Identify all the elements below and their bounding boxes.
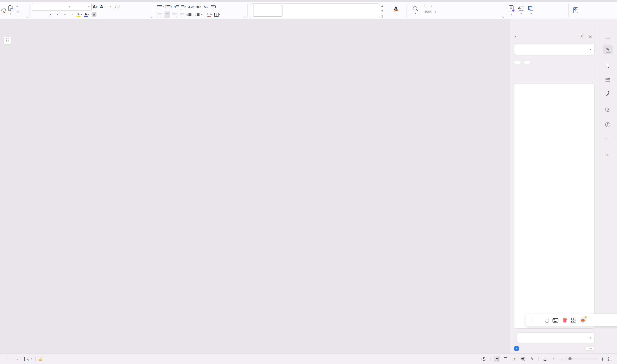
zoom-slider-knob[interactable] — [568, 357, 572, 360]
play-slideshow-icon[interactable]: ▷ — [511, 356, 518, 362]
ai-proof-icon — [24, 357, 28, 361]
justify-icon[interactable] — [179, 12, 185, 18]
pin-icon[interactable]: ⟐ — [581, 33, 584, 38]
ime-toolbox-icon[interactable] — [571, 318, 576, 323]
distribute-icon[interactable]: ⟨⟩ — [186, 12, 192, 18]
font-color-button[interactable]: A▾ — [84, 12, 90, 18]
collapse-icon[interactable]: — — [603, 33, 613, 43]
text-wrap-icon[interactable]: ⇆▾ — [196, 4, 202, 10]
ai-layout-panel-button[interactable] — [585, 347, 594, 351]
style-chip-normal[interactable] — [253, 5, 282, 17]
italic-button[interactable] — [40, 12, 46, 18]
zoom-slider[interactable] — [565, 359, 597, 359]
current-style-combo[interactable]: ▾ — [514, 44, 594, 55]
superscript-button[interactable]: ▾ — [62, 12, 68, 18]
format-painter-button[interactable] — [1, 3, 6, 18]
translate-icon: 文⇄A — [425, 10, 431, 14]
ruler-icon[interactable] — [211, 4, 216, 10]
text-direction-icon[interactable]: A⇄▾ — [188, 4, 194, 10]
font-size-combo[interactable]: ▾ — [72, 6, 91, 8]
ai-layout-button[interactable]: ▾ — [509, 3, 513, 18]
ime-keyboard-icon[interactable] — [552, 318, 558, 323]
style-set-button[interactable]: A ▾ — [386, 3, 406, 18]
increase-font-icon[interactable]: A+ — [92, 4, 98, 10]
pinyin-guide-icon[interactable]: ▾ — [107, 4, 113, 10]
ime-mic-icon[interactable] — [546, 319, 548, 322]
zoom-out-icon[interactable]: − — [558, 356, 562, 362]
eraser-icon[interactable] — [114, 4, 120, 10]
missing-font-warning[interactable] — [39, 357, 44, 361]
beautify-tool-icon[interactable] — [603, 90, 613, 99]
text-effects-button[interactable]: ▾ — [69, 12, 75, 18]
zoom-dropdown-icon[interactable]: ▾ — [553, 358, 554, 360]
font-dialog-launcher[interactable]: ↘ — [150, 16, 152, 18]
gallery-down-icon[interactable]: ▼ — [381, 10, 383, 12]
zoom-in-icon[interactable]: + — [601, 356, 604, 362]
page-view-icon[interactable] — [494, 356, 500, 362]
paste-button[interactable]: ▾ — [8, 3, 13, 18]
fit-page-icon[interactable] — [542, 356, 548, 362]
align-right-icon[interactable] — [172, 12, 177, 18]
ai-proof-button[interactable]: ▾ — [24, 357, 32, 361]
assistant-tool-icon[interactable] — [603, 105, 613, 114]
gallery-expand-icon[interactable]: ▼ — [381, 15, 383, 18]
select-button[interactable]: ▾ — [425, 4, 436, 8]
highlight-color-button[interactable]: ✎▾ — [76, 12, 82, 18]
paragraph-dialog-launcher[interactable]: ↘ — [244, 16, 246, 18]
bullet-list-icon[interactable]: ▾ — [157, 4, 164, 10]
smart-doc-group: ★ — [571, 2, 598, 19]
clipboard-dialog-launcher[interactable]: ↘ — [26, 16, 28, 18]
edit-tool-icon[interactable]: ✎ — [603, 45, 613, 54]
underline-button[interactable]: ▾ — [47, 12, 53, 18]
gallery-up-icon[interactable]: ▲ — [381, 5, 383, 7]
borders-icon[interactable]: ▾ — [214, 12, 220, 18]
warning-icon — [39, 357, 42, 361]
arrange-button[interactable]: ▾ — [528, 3, 533, 18]
outline-view-icon[interactable] — [502, 356, 509, 362]
style-gallery — [250, 3, 380, 18]
copy-icon[interactable] — [16, 11, 19, 15]
more-icon[interactable]: ••• — [603, 150, 613, 160]
find-replace-button[interactable]: ▾ — [413, 3, 417, 18]
decrease-font-icon[interactable]: A− — [100, 4, 106, 10]
numbered-list-icon[interactable]: 123▾ — [165, 4, 172, 10]
drag-handle[interactable] — [3, 36, 11, 44]
clear-format-button[interactable] — [523, 60, 531, 64]
ink-icon[interactable]: ✎ — [529, 356, 535, 362]
new-style-button[interactable] — [514, 60, 521, 64]
style-list — [514, 84, 594, 329]
align-center-icon[interactable] — [164, 12, 170, 18]
character-shading-button[interactable]: A — [91, 12, 97, 18]
ime-assistant-icon[interactable] — [580, 317, 586, 324]
window-top-strip — [0, 0, 617, 2]
style-set-icon: A — [394, 6, 398, 11]
ime-skin-icon[interactable] — [563, 318, 567, 323]
web-view-icon[interactable] — [520, 356, 526, 362]
spell-check[interactable]: ▾ — [16, 357, 18, 361]
shading-icon[interactable]: ▾ — [207, 12, 213, 18]
find-dialog-launcher[interactable]: ↘ — [502, 16, 504, 18]
smart-doc-button[interactable]: ★ — [573, 3, 578, 18]
font-family-combo[interactable]: ▾ — [32, 6, 72, 8]
show-combo[interactable]: ▾ — [517, 333, 594, 343]
document-canvas[interactable] — [0, 19, 510, 353]
help-icon[interactable]: ? — [603, 120, 613, 130]
decrease-indent-icon[interactable] — [174, 4, 179, 10]
sort-icon[interactable]: A↓ — [203, 4, 209, 10]
bold-button[interactable] — [32, 12, 38, 18]
align-left-icon[interactable] — [157, 12, 163, 18]
close-icon[interactable]: × — [588, 33, 592, 39]
layout-button[interactable]: A ▾ — [518, 3, 524, 18]
clipboard-group: ▾ ✂ ↘ — [1, 2, 29, 19]
skin-icon[interactable] — [603, 135, 613, 145]
line-spacing-icon[interactable]: ↕▾ — [194, 12, 202, 18]
preview-checkbox[interactable]: ✓ — [514, 346, 521, 351]
translate-button[interactable]: 文⇄A▾ — [425, 10, 436, 14]
increase-indent-icon[interactable] — [181, 4, 187, 10]
fullscreen-icon[interactable] — [607, 356, 614, 362]
adjust-tool-icon[interactable] — [603, 75, 613, 85]
read-mode-icon[interactable] — [481, 356, 487, 362]
cut-icon[interactable]: ✂ — [16, 4, 19, 9]
select-tool-icon[interactable] — [603, 60, 613, 70]
strikethrough-button[interactable]: ▾ — [54, 12, 60, 18]
